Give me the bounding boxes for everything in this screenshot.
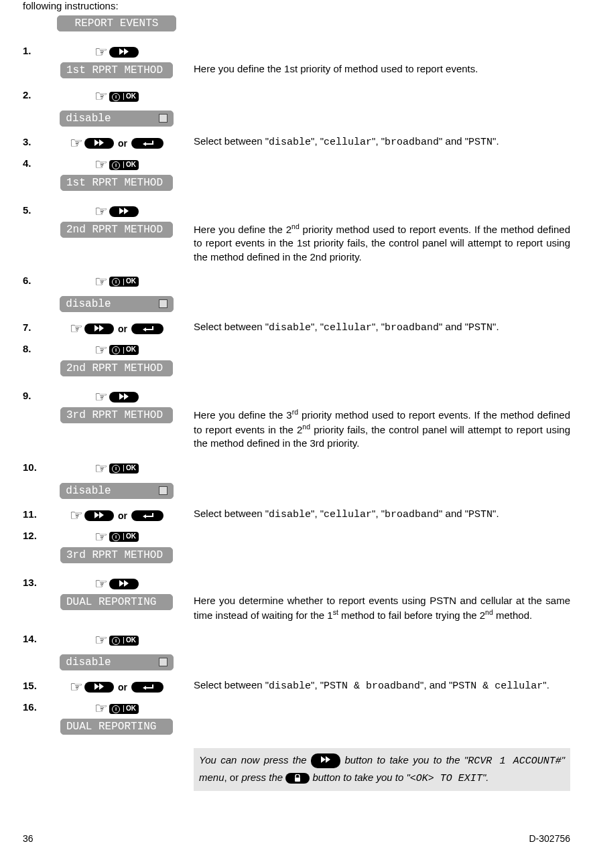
return-icon — [131, 682, 163, 693]
forward-icon — [109, 206, 139, 217]
ok-icon: iOK — [109, 463, 139, 474]
pointer-icon: ☞ — [70, 320, 83, 337]
ok-icon: iOK — [109, 636, 139, 646]
step-number: 1. — [23, 44, 46, 56]
header-row: REPORT EVENTS — [23, 15, 570, 31]
return-icon — [131, 510, 163, 521]
cursor — [159, 658, 168, 666]
pointer-icon: ☞ — [94, 460, 108, 477]
cursor — [159, 299, 168, 308]
return-icon — [131, 138, 163, 149]
step-desc: Here you define the 3rd priority method … — [187, 407, 570, 451]
step-row: 8.☞iOK — [23, 342, 570, 359]
step-icons: ☞or — [46, 135, 187, 152]
step-icons: ☞or — [46, 320, 187, 338]
note-row: You can now press the button to take you… — [23, 748, 570, 791]
step-row: 6.☞iOK — [23, 273, 570, 291]
pointer-icon: ☞ — [94, 700, 108, 717]
step-number: 9. — [23, 388, 46, 401]
display-box: 2nd RPRT METHOD — [60, 360, 173, 376]
step-desc: Select between "disable", "cellular", "b… — [187, 507, 570, 522]
pointer-icon: ☞ — [70, 135, 83, 151]
pointer-icon: ☞ — [70, 678, 83, 695]
header-box: REPORT EVENTS — [57, 15, 176, 31]
step-icons: ☞iOK — [46, 700, 187, 717]
step-desc: Select between "disable", "cellular", "b… — [187, 320, 570, 335]
step-number: 3. — [23, 135, 46, 147]
ok-icon: iOK — [109, 160, 139, 170]
pointer-icon: ☞ — [94, 273, 108, 290]
step-number: 14. — [23, 632, 46, 644]
step-icons: ☞ — [46, 388, 187, 406]
step-number: 12. — [23, 528, 46, 541]
display-box: disable — [60, 111, 173, 127]
step-number: 6. — [23, 273, 46, 286]
step-row: 7.☞orSelect between "disable", "cellular… — [23, 320, 570, 338]
forward-icon — [311, 753, 340, 768]
pointer-icon: ☞ — [94, 575, 108, 592]
ok-icon: iOK — [109, 532, 139, 542]
step-icons: ☞or — [46, 678, 187, 696]
or-label: or — [118, 682, 127, 693]
step-row: 2.☞iOK — [23, 88, 570, 105]
pointer-icon: ☞ — [94, 632, 108, 648]
pointer-icon: ☞ — [94, 156, 108, 173]
step-row: 15.☞orSelect between "disable", "PSTN & … — [23, 678, 570, 696]
note-text: You can now press the — [199, 754, 311, 766]
pointer-icon: ☞ — [94, 342, 108, 358]
step-icons: ☞ — [46, 575, 187, 593]
display-box: disable — [60, 654, 173, 670]
step-number: 8. — [23, 342, 46, 354]
step-icons: ☞iOK — [46, 528, 187, 546]
step-row: 3.☞orSelect between "disable", "cellular… — [23, 135, 570, 152]
ok-icon: iOK — [109, 345, 139, 355]
forward-icon — [84, 510, 114, 521]
cursor — [159, 114, 168, 123]
intro-text: following instructions: — [23, 0, 570, 11]
step-row: 4.☞iOK — [23, 156, 570, 173]
pointer-icon: ☞ — [94, 88, 108, 104]
or-label: or — [118, 510, 127, 521]
step-icons: ☞iOK — [46, 460, 187, 478]
step-row: 5.☞ — [23, 203, 570, 220]
forward-icon — [84, 138, 114, 149]
display-box: DUAL REPORTING — [60, 594, 173, 610]
display-box: 1st RPRT METHOD — [60, 62, 173, 78]
pointer-icon: ☞ — [94, 528, 108, 545]
step-number: 16. — [23, 700, 46, 713]
step-row: 11.☞orSelect between "disable", "cellula… — [23, 507, 570, 524]
step-desc: Here you define the 1st priority of meth… — [187, 62, 570, 76]
step-desc: Select between "disable", "cellular", "b… — [187, 135, 570, 149]
note-text: ". — [482, 772, 489, 783]
display-box: 3rd RPRT METHOD — [60, 407, 173, 423]
pointer-icon: ☞ — [94, 388, 108, 405]
forward-icon — [109, 47, 139, 58]
step-icons: ☞iOK — [46, 156, 187, 173]
forward-icon — [109, 579, 139, 589]
step-desc: Select between "disable", "PSTN & broadb… — [187, 678, 570, 693]
step-number: 2. — [23, 88, 46, 100]
pointer-icon: ☞ — [94, 44, 108, 60]
ok-icon: iOK — [109, 704, 139, 714]
display-box: disable — [60, 296, 173, 312]
footer: 36 D-302756 — [23, 833, 570, 844]
step-row: 10.☞iOK — [23, 460, 570, 478]
or-label: or — [118, 323, 127, 334]
note-text: button to take you to " — [312, 772, 409, 783]
step-number: 7. — [23, 320, 46, 333]
lock-icon — [285, 773, 310, 784]
step-row: 9.☞ — [23, 388, 570, 406]
step-icons: ☞or — [46, 507, 187, 524]
step-number: 11. — [23, 507, 46, 520]
step-icons: ☞iOK — [46, 273, 187, 291]
note-menu1: RCVR 1 ACCOUNT# — [468, 755, 561, 767]
forward-icon — [109, 392, 139, 403]
step-row: 12.☞iOK — [23, 528, 570, 546]
step-icons: ☞ — [46, 44, 187, 61]
note-text: , or — [224, 772, 242, 783]
step-number: 4. — [23, 156, 46, 169]
step-icons: ☞iOK — [46, 342, 187, 359]
note-box: You can now press the button to take you… — [194, 748, 570, 791]
step-desc: Here you define the 2nd priority method … — [187, 222, 570, 264]
page-number: 36 — [23, 833, 34, 844]
